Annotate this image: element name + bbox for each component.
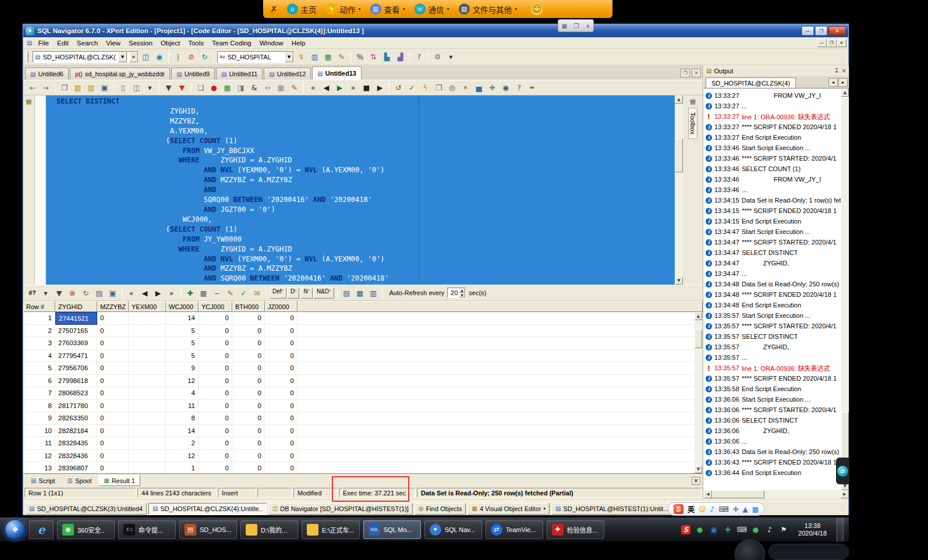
close-session-icon[interactable]: ✗ (270, 4, 278, 15)
taskbar-item-teamviewer[interactable]: ⇄TeamVie... (486, 520, 543, 539)
last-row-icon[interactable]: » (165, 287, 178, 299)
output-entry[interactable]: i13:34:48End Script Execution (704, 300, 841, 310)
menu-tools[interactable]: Tools (184, 38, 208, 48)
cell[interactable]: 28068523 (55, 387, 97, 400)
output-entry[interactable]: i13:34:47Start Script Execution ... (704, 226, 841, 237)
cell[interactable]: 0 (232, 412, 265, 425)
security-tray-icon[interactable]: ▣ (709, 525, 718, 534)
output-entry[interactable]: i13:34:47SELECT DISTINCT (704, 247, 841, 258)
ime-tray-icon[interactable]: ⌨ (737, 525, 746, 534)
menu-edit[interactable]: Edit (53, 38, 73, 48)
cell[interactable]: 5 (166, 337, 199, 350)
collapse-toolbar-icon[interactable]: ∧ (586, 23, 590, 29)
start-button[interactable]: ❖ (5, 519, 26, 540)
mdi-restore-button[interactable]: ❐ (827, 39, 837, 47)
scroll-down-icon[interactable]: ▼ (695, 465, 702, 473)
cell[interactable]: 0 (232, 325, 265, 338)
minimize-button[interactable]: — (802, 26, 814, 36)
filter-icon[interactable]: ▼ (53, 287, 65, 299)
tab-script[interactable]: ▤Script (26, 475, 61, 486)
cell[interactable]: 0 (97, 362, 129, 375)
cell[interactable]: 0 (97, 425, 129, 438)
cell[interactable]: 28171780 (55, 400, 97, 413)
cell[interactable]: 28282184 (55, 425, 97, 438)
cell[interactable]: 12 (166, 375, 199, 388)
refresh-session-icon[interactable]: ↻ (199, 51, 211, 63)
menu-object[interactable]: Object (157, 38, 184, 48)
remove-filter-icon[interactable]: ⊗ (66, 287, 79, 299)
dropdown-icon[interactable]: ▾ (144, 81, 156, 94)
spin-down-icon[interactable]: ▼ (459, 293, 465, 297)
cell[interactable]: 0 (97, 450, 129, 463)
cell[interactable]: 12 (166, 450, 199, 463)
forward-icon[interactable]: → (40, 81, 52, 94)
cell[interactable]: 0 (199, 337, 232, 350)
cell[interactable]: 6 (23, 375, 55, 388)
analyze-icon[interactable]: % (354, 51, 366, 63)
cell[interactable]: 8 (166, 412, 199, 425)
output-entry[interactable]: i13:33:27End Script Execution (704, 132, 841, 143)
taskbar-item-lab-info-system[interactable]: ✚检验信息... (547, 520, 604, 539)
cell[interactable]: 0 (232, 362, 265, 375)
step-icon[interactable]: ▶ (374, 81, 386, 94)
commit-icon[interactable]: ✓ (406, 81, 418, 94)
window-button[interactable]: ▤SD_HOSPITAL@CLZSK(4):Untitle.. (148, 503, 267, 515)
column-header-row-[interactable]: Row # (23, 301, 55, 312)
prior-row-icon[interactable]: ◀ (139, 287, 151, 299)
save-result-icon[interactable]: ▣ (107, 287, 119, 299)
snapshot-icon[interactable]: ◨ (235, 81, 247, 94)
output-entry[interactable]: i13:35:58End Script Execution (704, 384, 841, 394)
open-new-window-icon[interactable]: ◫ (140, 51, 152, 63)
tab-scroll-right-icon[interactable]: ▸ (838, 78, 848, 87)
cell[interactable]: 0 (199, 412, 232, 425)
output-entry[interactable]: i13:34:15**** SCRIPT ENDED 2020/4/18 1 (704, 205, 841, 216)
auto-refresh-interval-input[interactable]: 20 ▲▼ (447, 288, 466, 298)
cell[interactable]: 0 (199, 462, 232, 473)
toolbar-grip[interactable] (26, 52, 29, 62)
cell[interactable]: 2 (23, 325, 55, 338)
wizard-icon[interactable]: ✶ (459, 81, 472, 94)
taskbar-item-ie[interactable]: e (29, 520, 54, 539)
output-entry[interactable]: i13:35:57... (704, 352, 841, 363)
menu-help[interactable]: Help (288, 38, 310, 48)
edit-grid-icon[interactable]: ✎ (288, 81, 300, 94)
column-header-jz0000[interactable]: JZ0000 (265, 301, 297, 312)
toolbox-icon[interactable]: ▦ (690, 98, 696, 105)
cell[interactable]: 9 (23, 412, 55, 425)
code-road-map-icon[interactable]: ↯ (295, 51, 307, 63)
column-header-ycj000[interactable]: YCJ000 (199, 301, 232, 312)
window-titlebar[interactable]: ✦ SQL Navigator 6.7.0 - XPert Edition - … (23, 24, 848, 37)
output-entry[interactable]: i13:34:48Data Set is Read-Only; 250 row(… (704, 279, 841, 289)
cell[interactable]: 27795471 (55, 350, 97, 363)
pin-icon[interactable]: ↧ (834, 67, 839, 75)
run-icon[interactable]: ▶ (334, 81, 346, 94)
display-mode-n[interactable]: Nr (300, 288, 313, 299)
save-icon[interactable]: ▣ (98, 81, 111, 94)
output-entry[interactable]: i13:36:06**** SCRIPT STARTED: 2020/4/1 (704, 405, 841, 415)
cell[interactable]: 0 (232, 400, 265, 413)
scrollbar-thumb[interactable] (695, 329, 702, 348)
menu-session[interactable]: Session (125, 38, 157, 48)
cell[interactable]: 0 (265, 387, 297, 400)
cell[interactable]: 7 (23, 387, 55, 400)
cell[interactable]: 8 (23, 400, 55, 413)
substitution-icon[interactable]: & (248, 81, 260, 94)
scroll-up-icon[interactable]: ▲ (695, 312, 702, 320)
cell[interactable]: 0 (265, 362, 297, 375)
cell[interactable] (129, 362, 166, 375)
cell[interactable]: 0 (265, 437, 297, 450)
tv-menu-home[interactable]: ⌂主页 (287, 3, 317, 15)
tab-untitled6[interactable]: ▤Untitled6 (25, 68, 69, 80)
cell[interactable]: 0 (232, 312, 265, 325)
close-results-icon[interactable]: ✕ (692, 477, 700, 485)
first-row-icon[interactable]: « (125, 287, 137, 299)
cell[interactable]: 5 (166, 350, 199, 363)
sogou-tray-icon[interactable]: S (681, 525, 690, 534)
maximize-editor-icon[interactable]: ❐ (681, 69, 690, 77)
cell[interactable]: 0 (265, 325, 297, 338)
cell[interactable]: 27998618 (55, 375, 97, 388)
session-menu-icon[interactable]: ≡ (129, 52, 138, 62)
panel-icon[interactable]: ▦ (752, 505, 759, 513)
taskbar-item-sql-modeler[interactable]: SQLSQL Mo... (363, 520, 421, 539)
cell[interactable]: 11 (166, 400, 199, 413)
